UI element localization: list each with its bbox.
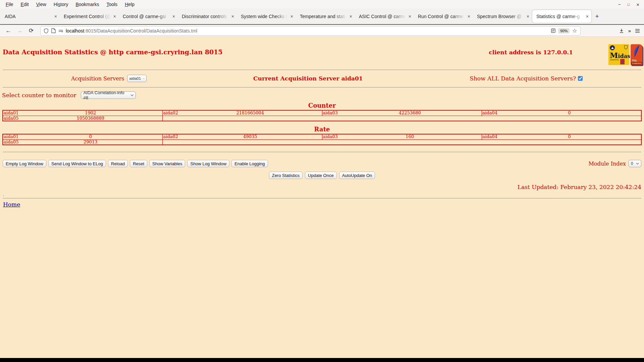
update-once-button[interactable]: Update Once [305, 172, 337, 179]
last-updated-text: Last Updated: February 23, 2022 20:42:24 [0, 184, 641, 190]
hamburger-menu-icon[interactable] [635, 29, 640, 33]
tab-spectrum-browser[interactable]: Spectrum Browser @ × [473, 8, 532, 24]
server-name-cell: aida01 [3, 110, 19, 116]
tab-close-icon[interactable]: × [409, 14, 411, 19]
reader-mode-icon[interactable] [551, 28, 555, 33]
menu-view[interactable]: View [33, 1, 50, 8]
tab-close-icon[interactable]: × [350, 14, 352, 19]
rate-value-cell: 29013 [19, 139, 162, 145]
module-index-label: Module Index [588, 161, 626, 167]
reset-button[interactable]: Reset [130, 160, 147, 167]
rate-value-cell: 0 [498, 134, 641, 139]
download-icon[interactable] [619, 28, 624, 34]
forward-icon: → [15, 26, 25, 36]
url-bar[interactable]: localhost:8015/DataAcquisitionControl/Da… [40, 26, 581, 36]
tab-title: Statistics @ carme-g [536, 14, 585, 19]
overflow-chevron-icon[interactable]: » [628, 28, 631, 34]
show-log-window-button[interactable]: Show Log Window [187, 160, 229, 167]
server-name-cell: aida03 [322, 134, 338, 139]
minimize-button[interactable]: − [618, 2, 621, 7]
show-variables-button[interactable]: Show Variables [149, 160, 185, 167]
tab-title: System wide Checks ( [241, 14, 289, 19]
server-name-cell: aida04 [482, 134, 498, 139]
reload-button[interactable]: Reload [108, 160, 128, 167]
logos: Midas powered by TCL POWERED [608, 44, 643, 65]
tab-discriminator-controls[interactable]: Discriminator controls × [178, 8, 237, 24]
tab-asic-control[interactable]: ASIC Control @ carme × [355, 8, 414, 24]
shield-icon[interactable] [44, 28, 49, 34]
bookmark-star-icon[interactable]: ☆ [572, 27, 577, 34]
zero-statistics-button[interactable]: Zero Statistics [269, 172, 303, 179]
module-index-select[interactable]: 0 [629, 160, 641, 167]
menu-bookmarks[interactable]: Bookmarks [72, 1, 103, 8]
counter-table: aida01 1902 aida02 2181665004 aida03 422… [2, 110, 642, 121]
server-name-cell: aida05 [3, 139, 19, 145]
show-all-servers-label: Show ALL Data Acquisition Servers? [470, 75, 576, 82]
tab-aida[interactable]: AIDA × [1, 8, 60, 24]
rate-value-cell: 0 [19, 134, 162, 139]
table-row: aida01 0 aida02 49035 aida03 160 aida04 … [3, 134, 641, 139]
new-tab-button[interactable]: + [592, 11, 602, 22]
server-name-cell: aida02 [162, 134, 178, 139]
tab-close-icon[interactable]: × [113, 14, 116, 19]
counter-value-cell: 1902 [19, 110, 162, 116]
tcl-powered-text: POWERED [631, 62, 642, 65]
menu-help[interactable]: Help [121, 1, 138, 8]
reload-icon[interactable]: ⟳ [26, 26, 36, 36]
close-button[interactable]: × [636, 2, 639, 7]
chevron-down-icon [636, 163, 639, 165]
send-log-to-elog-button[interactable]: Send Log Window to ELog [48, 160, 106, 167]
tab-run-control[interactable]: Run Control @ carme × [414, 8, 473, 24]
maximize-button[interactable]: □ [628, 2, 630, 6]
browser-window: File Edit View History Bookmarks Tools H… [0, 0, 644, 358]
home-link[interactable]: Home [3, 201, 20, 208]
rate-value-cell: 160 [338, 134, 482, 139]
permissions-icon[interactable] [58, 29, 63, 33]
tab-close-icon[interactable]: × [172, 14, 175, 19]
counter-heading: Counter [0, 102, 644, 109]
tab-close-icon[interactable]: × [231, 14, 234, 19]
counter-monitor-select[interactable]: AIDA Correlation-info #8 [81, 92, 136, 99]
acquisition-server-selected: aida01 [129, 76, 141, 80]
url-text[interactable]: localhost:8015/DataAcquisitionControl/Da… [66, 28, 548, 34]
show-all-servers-checkbox[interactable] [578, 76, 583, 81]
tab-close-icon[interactable]: × [527, 14, 529, 19]
table-row: aida05 1050368889 [3, 116, 641, 121]
page-info-icon[interactable] [51, 28, 56, 33]
rate-heading: Rate [0, 126, 644, 133]
tab-statistics[interactable]: Statistics @ carme-g × [532, 10, 591, 23]
enable-logging-button[interactable]: Enable Logging [231, 160, 268, 167]
tab-temperature-status[interactable]: Temperature and stati × [296, 8, 355, 24]
tab-experiment-control[interactable]: Experiment Control (@ × [60, 8, 119, 24]
empty-log-window-button[interactable]: Empty Log Window [3, 160, 46, 167]
tab-close-icon[interactable]: × [468, 14, 470, 19]
tab-close-icon[interactable]: × [586, 14, 589, 19]
chevron-down-icon [143, 77, 144, 79]
acquisition-servers-label: Acquisition Servers [71, 75, 124, 82]
menu-history[interactable]: History [50, 1, 72, 8]
tab-close-icon[interactable]: × [290, 14, 293, 19]
counter-value-cell: 1050368889 [19, 116, 162, 121]
menu-tools[interactable]: Tools [103, 1, 121, 8]
divider [3, 152, 641, 153]
autoupdate-button[interactable]: AutoUpdate On [339, 172, 375, 179]
menu-edit[interactable]: Edit [17, 1, 33, 8]
empty-cell [162, 116, 641, 121]
menu-file[interactable]: File [2, 1, 17, 8]
back-icon[interactable]: ← [3, 26, 13, 36]
table-row: aida05 29013 [3, 139, 641, 145]
tab-control-carme-gsi[interactable]: Control @ carme-gsi × [119, 8, 178, 24]
counter-monitor-label: Select counter to monitor [2, 92, 76, 99]
page-title: Data Acquisition Statistics @ http carme… [3, 48, 223, 56]
server-name-cell: aida03 [322, 110, 338, 116]
tab-title: Temperature and stati [300, 14, 348, 19]
empty-cell [162, 139, 641, 145]
zoom-level-badge[interactable]: 90% [558, 28, 570, 34]
tab-title: Control @ carme-gsi [123, 14, 171, 19]
client-address: client address is 127.0.0.1 [489, 49, 573, 56]
toolbar-right: » [619, 28, 641, 34]
acquisition-server-select[interactable]: aida01 [127, 75, 147, 82]
tab-close-icon[interactable]: × [54, 14, 57, 19]
server-name-cell: aida04 [482, 110, 498, 116]
tab-system-wide-checks[interactable]: System wide Checks ( × [237, 8, 296, 24]
